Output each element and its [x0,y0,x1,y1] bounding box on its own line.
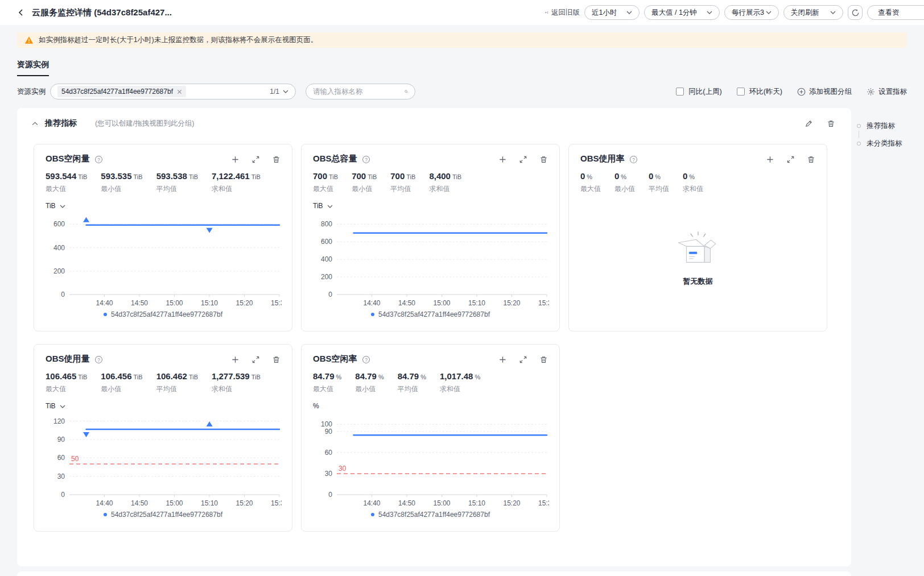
help-icon[interactable]: ? [94,154,103,164]
search-icon[interactable] [405,88,408,96]
unit-label: % [313,402,319,410]
collapse-group-button[interactable] [32,122,38,126]
svg-text:0: 0 [61,491,65,499]
time-range-select[interactable]: 近1小时 [584,5,640,20]
stat-column: 593.535TiB最小值 [101,171,142,194]
stat-unit: TiB [78,374,87,380]
card-stats: 106.465TiB最大值106.456TiB最小值106.462TiB平均值1… [46,371,280,394]
metric-card: OBS空闲率?84.79%最大值84.79%最小值84.79%平均值1,017.… [301,344,560,532]
add-metric-button[interactable] [766,154,774,164]
svg-text:14:40: 14:40 [96,299,113,307]
chart-legend[interactable]: 54d37c8f25af4277a1ff4ee9772687bf [313,511,548,519]
expand-card-button[interactable] [786,154,795,164]
marker-max [83,217,89,222]
add-metric-button[interactable] [498,154,507,164]
stat-value: 0 [683,171,687,181]
expand-card-button[interactable] [251,354,260,364]
chart-legend[interactable]: 54d37c8f25af4277a1ff4ee9772687bf [46,511,280,519]
stat-column: 700TiB最小值 [352,171,377,194]
remove-tag-icon[interactable] [177,89,182,94]
expand-icon [519,155,527,164]
stat-label: 平均值 [390,184,415,194]
anchor-item-unclassified[interactable]: 未分类指标 [857,138,924,148]
unit-selector[interactable]: TiB [46,402,65,410]
stat-value: 84.79 [355,371,377,381]
svg-text:15:20: 15:20 [236,299,253,307]
unit-selector[interactable]: TiB [46,202,65,210]
per-row-select[interactable]: 每行展示3 [724,5,779,20]
refresh-mode-select[interactable]: 关闭刷新 [783,5,843,20]
legend-dot-icon [371,513,374,516]
delete-card-button[interactable] [539,354,548,364]
svg-text:?: ? [97,156,100,162]
expand-card-button[interactable] [251,154,260,164]
add-metric-button[interactable] [231,354,240,364]
add-metric-button[interactable] [498,354,507,364]
help-icon[interactable]: ? [629,154,638,164]
card-title: OBS使用率 [580,154,625,164]
stat-label: 最小值 [101,184,142,194]
help-icon[interactable]: ? [94,354,103,364]
svg-text:100: 100 [321,420,332,428]
unit-label: TiB [46,402,56,410]
add-view-group-button[interactable]: 添加视图分组 [797,87,852,97]
plus-icon [231,155,240,164]
delete-card-button[interactable] [272,154,280,164]
stat-column: 106.462TiB平均值 [156,371,198,394]
return-old-version-link[interactable]: 返回旧版 [544,8,580,18]
help-icon[interactable]: ? [362,354,370,364]
stat-column: 1,277.539TiB求和值 [212,371,261,394]
help-icon[interactable]: ? [362,154,370,164]
stat-column: 84.79%最小值 [355,371,383,394]
instance-select[interactable]: 54d37c8f25af4277a1ff4ee9772687bf 1/1 [50,84,296,100]
stat-unit: % [689,173,695,180]
svg-text:15:30: 15:30 [271,299,282,307]
chart-legend[interactable]: 54d37c8f25af4277a1ff4ee9772687bf [313,310,548,318]
svg-text:800: 800 [321,220,332,228]
unit-selector[interactable]: TiB [313,202,333,210]
stat-column: 0%平均值 [649,171,669,194]
svg-text:400: 400 [321,255,332,263]
svg-text:14:50: 14:50 [131,499,148,507]
help-icon: ? [94,355,103,364]
aggregation-select[interactable]: 最大值 / 1分钟 [644,5,720,20]
stat-label: 求和值 [429,184,461,194]
view-resources-button[interactable]: 查看资 [867,5,924,20]
back-button[interactable] [17,9,25,16]
expand-card-button[interactable] [519,154,527,164]
metrics-group-panel: 推荐指标 (您可以创建/拖拽视图到此分组) OBS空闲量?593.544TiB最… [17,108,851,566]
svg-text:90: 90 [325,428,333,436]
metric-search-input[interactable] [313,88,405,96]
stat-label: 平均值 [156,184,198,194]
expand-card-button[interactable] [519,354,527,364]
stat-column: 0%求和值 [683,171,703,194]
yoy-checkbox[interactable]: 同比(上周) [676,87,721,97]
chart-legend[interactable]: 54d37c8f25af4277a1ff4ee9772687bf [46,310,280,318]
refresh-button[interactable] [848,5,863,20]
add-metric-button[interactable] [231,154,240,164]
delete-card-button[interactable] [807,154,815,164]
edit-group-button[interactable] [805,118,813,129]
mom-checkbox[interactable]: 环比(昨天) [737,87,782,97]
svg-text:?: ? [97,357,100,362]
svg-text:15:20: 15:20 [503,499,520,507]
stat-value: 7,122.461 [212,171,250,181]
instance-select-label: 资源实例 [17,87,50,97]
set-metrics-button[interactable]: 设置指标 [867,87,907,97]
stat-value: 84.79 [313,371,335,381]
empty-state: 暂无数据 [580,202,815,313]
return-icon [544,9,548,16]
tab-resource-instance[interactable]: 资源实例 [17,60,49,76]
chevron-down-icon [327,205,333,208]
stat-unit: TiB [251,374,261,380]
delete-group-button[interactable] [827,118,835,129]
stat-unit: TiB [452,173,461,180]
stat-label: 最小值 [352,184,377,194]
svg-text:15:10: 15:10 [468,499,485,507]
stat-value: 106.456 [101,371,131,381]
delete-card-button[interactable] [272,354,280,364]
svg-text:30: 30 [325,470,333,478]
delete-card-button[interactable] [539,154,548,164]
anchor-item-recommended[interactable]: 推荐指标 [857,121,924,131]
svg-text:14:50: 14:50 [398,499,415,507]
